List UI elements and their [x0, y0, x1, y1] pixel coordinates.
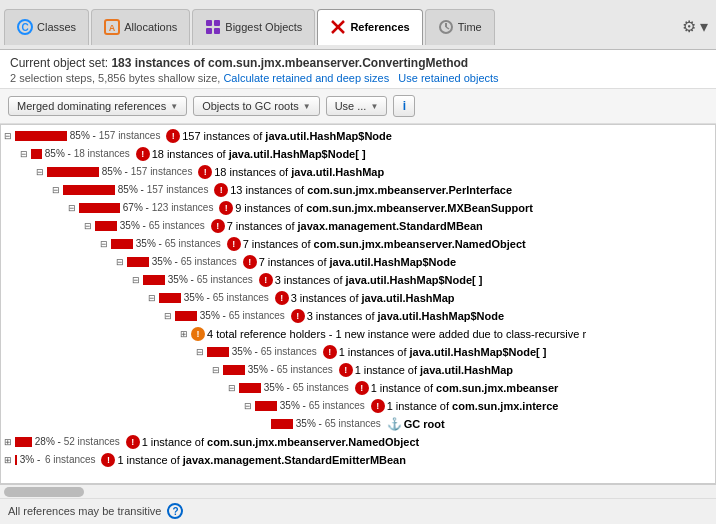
calc-retained-link[interactable]: Calculate retained and deep sizes	[223, 72, 389, 84]
tree-row[interactable]: 85% - 18 instances ! 18 instances of jav…	[1, 145, 716, 163]
bar-container	[31, 149, 42, 159]
tree-row[interactable]: 35% - 65 instances ! 7 instances of java…	[1, 217, 716, 235]
tree-row[interactable]: 85% - 157 instances ! 18 instances of ja…	[1, 163, 716, 181]
expand-icon[interactable]	[33, 165, 47, 179]
usage-bar	[111, 239, 133, 249]
bar-container	[143, 275, 165, 285]
bar-container	[127, 257, 149, 267]
horizontal-scrollbar[interactable]	[0, 484, 716, 498]
warn-icon: !	[323, 345, 337, 359]
time-icon	[438, 19, 454, 35]
warn-icon-orange: !	[191, 327, 205, 341]
bar-container	[79, 203, 120, 213]
use-retained-link[interactable]: Use retained objects	[398, 72, 498, 84]
svg-text:A: A	[109, 23, 116, 33]
bar-container	[175, 311, 197, 321]
tree-row[interactable]: 28% - 52 instances ! 1 instance of com.s…	[1, 433, 716, 451]
chevron-down-icon-2: ▼	[303, 102, 311, 111]
usage-bar	[95, 221, 117, 231]
tab-biggest[interactable]: Biggest Objects	[192, 9, 315, 45]
warn-icon: !	[371, 399, 385, 413]
tree-row[interactable]: 67% - 123 instances ! 9 instances of com…	[1, 199, 716, 217]
objects-to-gc-dropdown[interactable]: Objects to GC roots ▼	[193, 96, 320, 116]
bar-container	[15, 131, 67, 141]
expand-icon	[257, 417, 271, 431]
tree-panel[interactable]: 85% - 157 instances ! 157 instances of j…	[0, 124, 716, 484]
expand-icon[interactable]	[81, 219, 95, 233]
expand-icon[interactable]	[161, 309, 175, 323]
tree-row[interactable]: 35% - 65 instances ! 3 instances of java…	[1, 271, 716, 289]
warn-icon: !	[214, 183, 228, 197]
scroll-thumb[interactable]	[4, 487, 84, 497]
bar-container	[207, 347, 229, 357]
chevron-down-icon-3: ▼	[370, 102, 378, 111]
tree-row[interactable]: ! 4 total reference holders - 1 new inst…	[1, 325, 716, 343]
expand-icon[interactable]	[49, 183, 63, 197]
warn-icon: !	[259, 273, 273, 287]
tree-row[interactable]: 35% - 65 instances ⚓ GC root	[1, 415, 716, 433]
svg-rect-7	[214, 28, 220, 34]
expand-icon[interactable]	[129, 273, 143, 287]
tree-row[interactable]: 35% - 65 instances ! 1 instance of java.…	[1, 361, 716, 379]
instance-count-title: 183 instances of com.sun.jmx.mbeanserver…	[111, 56, 468, 70]
tab-classes-label: Classes	[37, 21, 76, 33]
tab-references[interactable]: References	[317, 9, 422, 45]
tree-row[interactable]: 35% - 65 instances ! 3 instances of java…	[1, 289, 716, 307]
expand-icon[interactable]	[65, 201, 79, 215]
status-info-icon[interactable]: ?	[167, 503, 183, 519]
objects-to-gc-label: Objects to GC roots	[202, 100, 299, 112]
usage-bar	[159, 293, 181, 303]
references-icon	[330, 19, 346, 35]
tab-references-label: References	[350, 21, 409, 33]
expand-icon[interactable]	[209, 363, 223, 377]
merged-dominating-label: Merged dominating references	[17, 100, 166, 112]
usage-bar	[31, 149, 42, 159]
usage-bar	[143, 275, 165, 285]
expand-icon[interactable]	[177, 327, 191, 341]
info-button[interactable]: i	[393, 95, 415, 117]
bar-container	[111, 239, 133, 249]
expand-icon[interactable]	[1, 129, 15, 143]
tab-classes[interactable]: C Classes	[4, 9, 89, 45]
warn-icon: !	[101, 453, 115, 467]
tree-row[interactable]: 85% - 157 instances ! 13 instances of co…	[1, 181, 716, 199]
tree-row[interactable]: 3% - 6 instances ! 1 instance of javax.m…	[1, 451, 716, 469]
expand-icon[interactable]	[145, 291, 159, 305]
use-dropdown[interactable]: Use ... ▼	[326, 96, 388, 116]
tree-row[interactable]: 85% - 157 instances ! 157 instances of j…	[1, 127, 716, 145]
usage-bar	[175, 311, 197, 321]
usage-bar	[15, 437, 32, 447]
tree-row[interactable]: 35% - 65 instances ! 7 instances of com.…	[1, 235, 716, 253]
merged-dominating-dropdown[interactable]: Merged dominating references ▼	[8, 96, 187, 116]
bar-container	[271, 419, 293, 429]
tree-row[interactable]: 35% - 65 instances ! 1 instances of java…	[1, 343, 716, 361]
expand-icon[interactable]	[225, 381, 239, 395]
svg-text:C: C	[21, 22, 28, 33]
tree-row[interactable]: 35% - 65 instances ! 1 instance of com.s…	[1, 379, 716, 397]
expand-icon[interactable]	[17, 147, 31, 161]
warn-icon: !	[227, 237, 241, 251]
usage-bar	[15, 131, 67, 141]
tab-bar: C Classes A Allocations Biggest Objects	[0, 0, 716, 50]
tree-row[interactable]: 35% - 65 instances ! 1 instance of com.s…	[1, 397, 716, 415]
expand-icon[interactable]	[1, 435, 15, 449]
tab-time[interactable]: Time	[425, 9, 495, 45]
expand-icon[interactable]	[1, 453, 15, 467]
expand-icon[interactable]	[193, 345, 207, 359]
warn-icon: !	[355, 381, 369, 395]
warn-icon: !	[291, 309, 305, 323]
expand-icon[interactable]	[241, 399, 255, 413]
usage-bar	[47, 167, 99, 177]
tab-allocations[interactable]: A Allocations	[91, 9, 190, 45]
classes-icon: C	[17, 19, 33, 35]
settings-button[interactable]: ⚙ ▾	[678, 13, 712, 40]
object-set-subline: 2 selection steps, 5,856 bytes shallow s…	[10, 72, 706, 84]
tree-row[interactable]: 35% - 65 instances ! 7 instances of java…	[1, 253, 716, 271]
expand-icon[interactable]	[113, 255, 127, 269]
bar-container	[95, 221, 117, 231]
expand-icon[interactable]	[97, 237, 111, 251]
svg-line-12	[446, 27, 449, 29]
warn-icon: !	[219, 201, 233, 215]
status-bar: All references may be transitive ?	[0, 498, 716, 523]
tree-row[interactable]: 35% - 65 instances ! 3 instances of java…	[1, 307, 716, 325]
